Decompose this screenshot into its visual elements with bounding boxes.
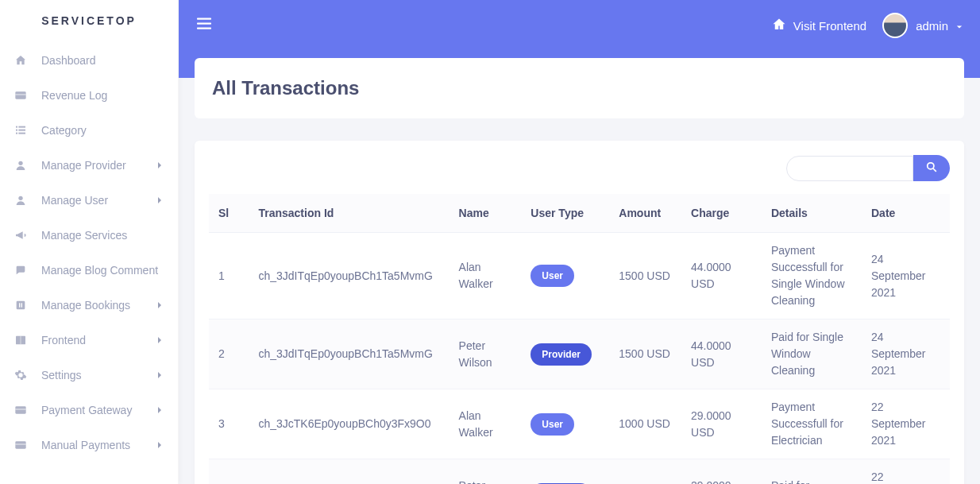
credit-card-icon xyxy=(14,404,35,416)
cell-date: 24 September 2021 xyxy=(862,319,950,389)
home-icon xyxy=(14,54,35,67)
topbar: Visit Frontend admin xyxy=(179,0,980,51)
svg-rect-2 xyxy=(16,126,17,128)
list-icon xyxy=(14,124,35,137)
sidebar-item-revenue-log[interactable]: Revenue Log xyxy=(0,78,178,113)
brand-logo[interactable]: SERVICETOP xyxy=(0,0,178,37)
main-area: Visit Frontend admin All Transactions xyxy=(179,0,980,484)
cell-date: 24 September 2021 xyxy=(862,233,950,319)
sidebar-item-manage-bookings[interactable]: Manage Bookings xyxy=(0,288,178,323)
sidebar-item-settings[interactable]: Settings xyxy=(0,358,178,393)
sidebar-item-label: Dashboard xyxy=(41,54,164,67)
svg-rect-21 xyxy=(197,28,211,29)
sidebar-item-label: Settings xyxy=(41,369,156,381)
col-charge: Charge xyxy=(681,194,762,233)
svg-rect-7 xyxy=(18,133,25,134)
sidebar-item-dashboard[interactable]: Dashboard xyxy=(0,43,178,78)
transactions-card: Sl Transaction Id Name User Type Amount … xyxy=(195,141,964,484)
cell-charge: 44.0000 USD xyxy=(681,233,762,319)
visit-frontend-label: Visit Frontend xyxy=(793,19,866,33)
svg-rect-19 xyxy=(197,18,211,20)
cell-amount: 1500 USD xyxy=(609,233,681,319)
cell-txid: ch_3JcTK6Ep0youpBCh0y3Fx9O0 xyxy=(249,459,449,485)
sidebar-item-manage-provider[interactable]: Manage Provider xyxy=(0,148,178,183)
chevron-right-icon xyxy=(156,404,164,416)
cell-sl: 3 xyxy=(209,389,249,459)
sidebar-item-category[interactable]: Category xyxy=(0,113,178,148)
col-name: Name xyxy=(449,194,522,233)
sidebar-item-label: Manual Payments xyxy=(41,439,156,451)
cell-user-type: User xyxy=(521,233,609,319)
sidebar-item-manual-payments[interactable]: Manual Payments xyxy=(0,428,178,463)
credit-card-icon xyxy=(14,89,35,102)
sidebar-item-label: Payment Gateway xyxy=(41,404,156,416)
cell-details: Payment Successfull for Electrician xyxy=(762,389,862,459)
sidebar-item-manage-blog-comment[interactable]: Manage Blog Comment xyxy=(0,253,178,288)
svg-rect-20 xyxy=(197,23,211,25)
cell-user-type: User xyxy=(521,389,609,459)
table-header-row: Sl Transaction Id Name User Type Amount … xyxy=(209,194,950,233)
search-input[interactable] xyxy=(786,156,913,181)
svg-rect-16 xyxy=(15,408,25,410)
cell-name: Alan Walker xyxy=(449,233,522,319)
cell-charge: 29.0000 USD xyxy=(681,459,762,485)
cell-details: Paid for Electrician xyxy=(762,459,862,485)
cell-sl: 2 xyxy=(209,319,249,389)
sidebar-item-frontend[interactable]: Frontend xyxy=(0,323,178,358)
sidebar-item-label: Manage Services xyxy=(41,229,164,242)
table-row: 2ch_3JdITqEp0youpBCh1Ta5MvmGPeter Wilson… xyxy=(209,319,950,389)
chevron-right-icon xyxy=(156,194,164,207)
credit-card-icon xyxy=(14,439,35,451)
svg-point-8 xyxy=(18,161,22,165)
cell-name: Peter Wilson xyxy=(449,459,522,485)
col-amount: Amount xyxy=(609,194,681,233)
table-row: 4ch_3JcTK6Ep0youpBCh0y3Fx9O0Peter Wilson… xyxy=(209,459,950,485)
svg-rect-5 xyxy=(18,130,25,131)
chevron-right-icon xyxy=(156,299,164,312)
search-row xyxy=(209,155,950,181)
sidebar-item-payment-gateway[interactable]: Payment Gateway xyxy=(0,393,178,428)
svg-rect-4 xyxy=(16,130,17,131)
col-sl: Sl xyxy=(209,194,249,233)
table-row: 3ch_3JcTK6Ep0youpBCh0y3Fx9O0Alan WalkerU… xyxy=(209,389,950,459)
chevron-right-icon xyxy=(156,439,164,451)
chevron-right-icon xyxy=(156,334,164,347)
search-icon xyxy=(926,161,937,175)
sidebar-item-label: Manage Provider xyxy=(41,159,156,172)
cell-sl: 1 xyxy=(209,233,249,319)
user-icon xyxy=(14,194,35,207)
username-label: admin xyxy=(916,19,948,33)
cell-name: Peter Wilson xyxy=(449,319,522,389)
col-txid: Transaction Id xyxy=(249,194,449,233)
gear-icon xyxy=(14,369,35,381)
user-type-badge: User xyxy=(531,265,574,287)
cell-date: 22 September 2021 xyxy=(862,389,950,459)
cell-amount: 1500 USD xyxy=(609,319,681,389)
cell-txid: ch_3JdITqEp0youpBCh1Ta5MvmG xyxy=(249,319,449,389)
cell-amount: 1000 USD xyxy=(609,389,681,459)
hamburger-icon[interactable] xyxy=(196,17,212,34)
caret-down-icon xyxy=(956,19,963,33)
cell-sl: 4 xyxy=(209,459,249,485)
cell-txid: ch_3JdITqEp0youpBCh1Ta5MvmG xyxy=(249,233,449,319)
sidebar-item-label: Revenue Log xyxy=(41,89,164,102)
cell-user-type: Provider xyxy=(521,459,609,485)
sidebar-item-label: Manage Bookings xyxy=(41,299,156,312)
sidebar-item-manage-user[interactable]: Manage User xyxy=(0,183,178,218)
pause-icon xyxy=(14,299,35,312)
page-title: All Transactions xyxy=(212,77,947,99)
user-menu[interactable]: admin xyxy=(882,13,963,38)
svg-rect-6 xyxy=(16,133,17,134)
avatar xyxy=(882,13,908,38)
user-type-badge: User xyxy=(531,413,574,436)
visit-frontend-link[interactable]: Visit Frontend xyxy=(771,17,866,34)
sidebar-item-manage-services[interactable]: Manage Services xyxy=(0,218,178,253)
search-button[interactable] xyxy=(913,155,950,181)
sidebar-item-label: Manage Blog Comment xyxy=(41,264,164,277)
home-icon xyxy=(771,17,787,34)
user-icon xyxy=(14,159,35,172)
table-row: 1ch_3JdITqEp0youpBCh1Ta5MvmGAlan WalkerU… xyxy=(209,233,950,319)
chevron-right-icon xyxy=(156,369,164,381)
col-date: Date xyxy=(862,194,950,233)
cell-user-type: Provider xyxy=(521,319,609,389)
